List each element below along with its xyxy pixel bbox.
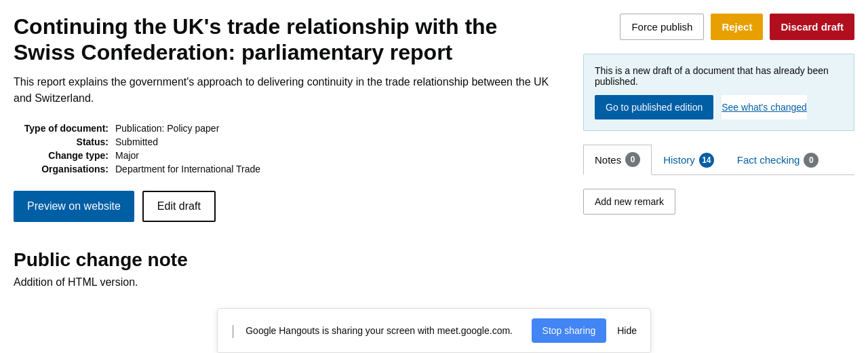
reject-button[interactable]: Reject bbox=[711, 14, 763, 40]
sharing-bar: | Google Hangouts is sharing your screen… bbox=[217, 308, 651, 353]
hide-sharing-button[interactable]: Hide bbox=[617, 325, 637, 336]
info-box-buttons: Go to published edition See what's chang… bbox=[595, 95, 843, 119]
public-change-note-text: Addition of HTML version. bbox=[14, 276, 556, 289]
metadata-label: Status: bbox=[14, 136, 115, 147]
sharing-icon: | bbox=[231, 323, 235, 339]
metadata-row: Change type: Major bbox=[14, 150, 556, 161]
metadata-label: Change type: bbox=[14, 150, 115, 161]
metadata-label: Type of document: bbox=[14, 123, 115, 134]
tab-fact-checking-label: Fact checking bbox=[737, 154, 800, 166]
tab-fact-checking[interactable]: Fact checking 0 bbox=[726, 145, 831, 174]
metadata-label: Organisations: bbox=[14, 164, 115, 174]
tab-fact-checking-badge: 0 bbox=[804, 153, 818, 168]
info-box: This is a new draft of a document that h… bbox=[583, 54, 854, 131]
edit-draft-button[interactable]: Edit draft bbox=[142, 191, 216, 222]
tab-history[interactable]: History 14 bbox=[652, 145, 726, 174]
left-panel: Continuing the UK's trade relationship w… bbox=[14, 14, 570, 339]
document-title: Continuing the UK's trade relationship w… bbox=[14, 14, 556, 66]
preview-on-website-button[interactable]: Preview on website bbox=[14, 191, 134, 222]
discard-draft-button[interactable]: Discard draft bbox=[770, 14, 854, 40]
metadata-row: Type of document: Publication: Policy pa… bbox=[14, 123, 556, 134]
metadata-row: Status: Submitted bbox=[14, 136, 556, 147]
document-description: This report explains the government's ap… bbox=[14, 74, 556, 107]
see-whats-changed-button[interactable]: See what's changed bbox=[722, 95, 807, 119]
metadata-value: Major bbox=[115, 150, 139, 161]
right-panel: Force publish Reject Discard draft This … bbox=[583, 14, 854, 339]
metadata-value: Submitted bbox=[115, 136, 158, 147]
tabs-row: Notes 0 History 14 Fact checking 0 bbox=[583, 145, 854, 175]
tab-notes-badge: 0 bbox=[625, 152, 640, 167]
metadata-value: Publication: Policy paper bbox=[115, 123, 219, 134]
tab-notes-label: Notes bbox=[595, 154, 621, 166]
tab-history-label: History bbox=[663, 154, 695, 166]
top-action-buttons: Force publish Reject Discard draft bbox=[583, 14, 854, 40]
tab-notes[interactable]: Notes 0 bbox=[583, 145, 652, 175]
metadata-table: Type of document: Publication: Policy pa… bbox=[14, 123, 556, 174]
metadata-row: Organisations: Department for Internatio… bbox=[14, 164, 556, 174]
add-new-remark-button[interactable]: Add new remark bbox=[583, 189, 675, 215]
force-publish-button[interactable]: Force publish bbox=[620, 14, 704, 40]
sharing-bar-text: Google Hangouts is sharing your screen w… bbox=[245, 325, 520, 336]
public-change-note-title: Public change note bbox=[14, 249, 556, 271]
info-box-text: This is a new draft of a document that h… bbox=[595, 65, 843, 87]
stop-sharing-button[interactable]: Stop sharing bbox=[532, 318, 607, 343]
go-to-published-edition-button[interactable]: Go to published edition bbox=[595, 95, 713, 119]
metadata-value: Department for International Trade bbox=[115, 164, 260, 174]
tab-history-badge: 14 bbox=[699, 153, 714, 168]
action-buttons: Preview on website Edit draft bbox=[14, 191, 556, 222]
